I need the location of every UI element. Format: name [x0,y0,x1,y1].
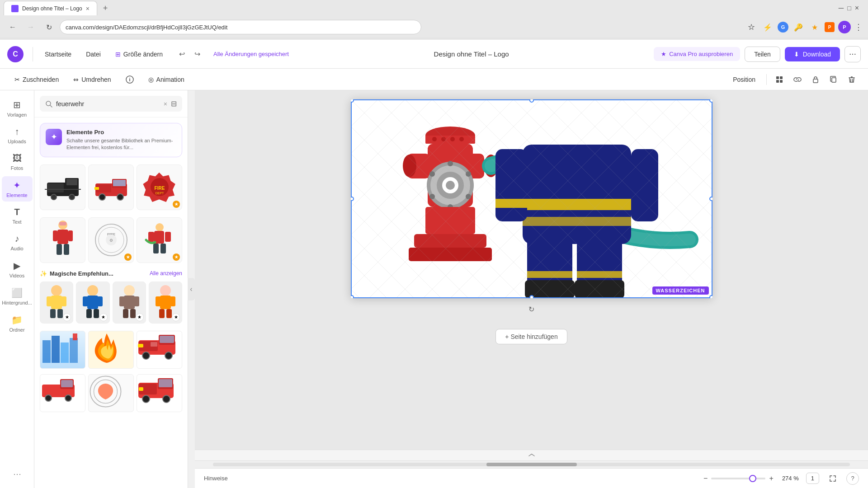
search-item-4[interactable] [40,374,85,412]
rec-item-4[interactable]: ★ [149,282,182,324]
canvas-scroll[interactable]: WASSERZEICHEN [195,90,868,450]
home-menu-item[interactable]: Startseite [38,48,78,61]
animation-icon: ◎ [148,76,154,83]
address-bar[interactable]: canva.com/design/DAEdomzscjl/drBfjHdCojl… [60,20,421,34]
lock-button[interactable] [808,72,823,87]
extension-4[interactable]: 🔑 [792,21,805,33]
search-item-6[interactable]: ★ [137,374,182,412]
extension-1[interactable]: ☆ [745,21,758,33]
audio-icon: ♪ [15,234,19,244]
canvas-page[interactable]: WASSERZEICHEN [351,99,712,298]
sidebar-item-uploads[interactable]: ↑ Uploads [2,123,33,148]
add-page-button[interactable]: + Seite hinzufügen [495,329,567,344]
svg-rect-138 [577,271,622,278]
bg-item-3[interactable]: ★ ★ [137,331,182,369]
sidebar-item-audio[interactable]: ♪ Audio [2,230,33,255]
svg-rect-82 [138,344,143,347]
active-tab[interactable]: Design ohne Titel – Logo × [4,1,97,15]
bg-item-1[interactable] [40,331,85,369]
firefighter-illustration[interactable] [486,99,712,298]
scrollbar-thumb[interactable] [486,463,577,466]
download-button[interactable]: ⬇ Download [785,47,840,61]
zoom-minus-button[interactable]: − [703,474,708,483]
user-avatar[interactable]: P [838,21,851,33]
search-filter-button[interactable]: ⊟ [171,99,177,108]
page-indicator[interactable]: 1 [806,473,819,484]
horizontal-scrollbar[interactable] [195,460,868,468]
delete-button[interactable] [844,72,859,87]
sidebar-more-button[interactable]: ⋯ [10,465,24,483]
element-item-1[interactable] [40,164,85,210]
extension-3[interactable]: G [778,22,788,33]
sidebar-item-background[interactable]: ⬜ Hintergrund... [2,284,33,309]
search-clear-button[interactable]: × [164,100,167,108]
help-button[interactable]: ? [846,472,859,485]
search-item-5[interactable] [88,374,134,412]
extension-5[interactable]: ★ [808,21,821,33]
copy-style-button[interactable] [826,72,841,87]
redo-button[interactable]: ↪ [190,47,204,61]
browser-menu[interactable]: ⋮ [854,22,863,32]
link-button[interactable] [790,72,805,87]
handle-ml[interactable] [351,197,354,201]
tab-close-button[interactable]: × [86,5,90,12]
position-tool[interactable]: Position [727,73,761,86]
new-tab-button[interactable]: + [99,2,112,14]
panel-collapse-bar[interactable] [195,450,868,460]
hint-text: Hinweise [204,475,696,482]
refresh-button[interactable]: ↻ [42,20,56,34]
extension-6[interactable]: P [825,22,835,32]
more-options-button[interactable]: ⋯ [844,46,861,62]
maximize-button[interactable]: □ [847,5,851,12]
zoom-slider[interactable] [711,478,765,479]
undo-button[interactable]: ↩ [175,47,189,61]
rec-item-1[interactable]: ★ [40,282,73,324]
sidebar-item-videos[interactable]: ▶ Videos [2,257,33,282]
extension-2[interactable]: ⚡ [761,21,774,33]
sidebar-item-text[interactable]: T Text [2,203,33,228]
element-item-3[interactable]: FIRE DEPT ★ [137,164,182,210]
crop-tool[interactable]: ✂ Zuschneiden [9,73,64,86]
share-button[interactable]: Teilen [745,47,780,62]
sidebar-item-photos[interactable]: 🖼 Fotos [2,150,33,174]
svg-rect-97 [139,387,143,391]
sidebar-item-elements[interactable]: ✦ Elemente [2,176,33,202]
folder-icon: 📁 [11,314,23,325]
zoom-thumb[interactable] [749,475,756,482]
sidebar-item-templates[interactable]: ⊞ Vorlagen [2,96,33,121]
rec-item-3[interactable]: ★ [113,282,146,324]
grid-view-button[interactable] [772,72,787,87]
bg-item-2[interactable] [88,331,134,369]
svg-rect-54 [87,296,98,309]
recommendations-link[interactable]: Alle anzeigen [150,270,182,277]
info-tool[interactable]: i [120,73,139,86]
svg-line-9 [50,105,52,107]
element-item-4[interactable] [40,217,85,263]
tab-bar: Design ohne Titel – Logo × + ─ □ × [0,0,868,16]
animation-label: Animation [156,76,184,83]
page-refresh-button[interactable]: ↻ [524,302,539,316]
file-menu-item[interactable]: Datei [80,48,107,61]
home-button[interactable]: C [7,46,24,62]
zoom-plus-button[interactable]: + [769,474,773,483]
minimize-button[interactable]: ─ [839,4,844,12]
back-button[interactable]: ← [5,20,20,34]
element-item-2[interactable] [88,164,134,210]
handle-tl[interactable] [351,99,354,103]
svg-point-78 [142,352,150,359]
share-button-label: Teilen [754,51,771,58]
handle-bl[interactable] [351,295,354,298]
forward-button[interactable]: → [24,20,38,34]
fullscreen-button[interactable] [826,472,839,485]
sidebar-item-folder[interactable]: 📁 Ordner [2,311,33,336]
panel-collapse-button[interactable]: ‹ [188,278,195,300]
pro-button[interactable]: ★ Canva Pro ausprobieren [654,47,740,61]
search-input[interactable] [56,100,160,108]
rec-item-2[interactable]: ★ [76,282,109,324]
flip-tool[interactable]: ⇔ Umdrehen [68,73,116,86]
resize-menu-item[interactable]: ⊞ Größe ändern [109,48,169,61]
animation-tool[interactable]: ◎ Animation [143,73,190,86]
element-item-5[interactable]: FIRE DEPT ⚙ ★ [88,217,134,263]
close-browser-button[interactable]: × [855,4,859,12]
element-item-6[interactable]: ★ [137,217,182,263]
